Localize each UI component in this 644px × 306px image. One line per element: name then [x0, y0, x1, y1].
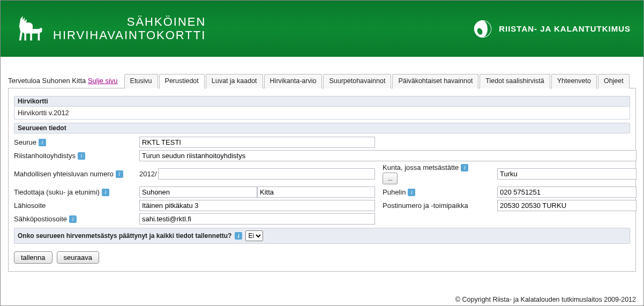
- moose-logo-icon: [13, 13, 46, 45]
- tab-luvat[interactable]: Luvat ja kaadot: [206, 74, 263, 88]
- app-title: SÄHKÖINEN HIRVIHAVAINTOKORTTI: [53, 16, 206, 41]
- section-hirvikortti-body: Hirvikortti v.2012: [14, 107, 630, 120]
- tab-panel: Hirvikortti Hirvikortti v.2012 Seurueen …: [8, 88, 636, 272]
- tab-saalis[interactable]: Tiedot saalishirvistä: [480, 74, 550, 88]
- label-puhelin: Puhelin i: [383, 188, 490, 196]
- label-kunta: Kunta, jossa metsästätte: [383, 163, 459, 171]
- form-grid: Seurue i Riistanhoitoyhdistys i Mahdolli…: [14, 137, 630, 225]
- app-header: SÄHKÖINEN HIRVIHAVAINTOKORTTI RIISTAN- J…: [1, 1, 643, 57]
- label-lahiosoite: Lähiosoite: [14, 201, 132, 210]
- yhteislupa-wrap: 2012/: [139, 168, 375, 180]
- tab-yhteenveto[interactable]: Yhteenveto: [551, 74, 597, 88]
- tab-hirvikanta[interactable]: Hirvikanta-arvio: [264, 74, 323, 88]
- tab-etusivu[interactable]: Etusivu: [124, 74, 158, 88]
- save-button[interactable]: tallenna: [14, 251, 53, 264]
- welcome-user: Suhonen Kitta: [42, 77, 86, 85]
- app-title-line2: HIRVIHAVAINTOKORTTI: [53, 29, 206, 42]
- brand-left: SÄHKÖINEN HIRVIHAVAINTOKORTTI: [13, 13, 206, 45]
- label-postinumero: Postinumero ja -toimipaikka: [383, 201, 490, 210]
- app-title-line1: SÄHKÖINEN: [53, 16, 206, 28]
- tab-perustiedot[interactable]: Perustiedot: [159, 74, 205, 88]
- info-icon[interactable]: i: [102, 189, 109, 196]
- section-hirvikortti-head: Hirvikortti: [14, 96, 630, 107]
- tiedottaja-pair: [139, 186, 375, 198]
- input-etunimi[interactable]: [257, 186, 375, 198]
- input-puhelin[interactable]: [497, 186, 636, 198]
- footer-copyright: © Copyright Riista- ja Kalatalouden tutk…: [455, 296, 636, 303]
- section-seurue-head: Seurueen tiedot: [14, 123, 630, 133]
- welcome-text: Tervetuloa Suhonen Kitta Sulje sivu: [8, 77, 121, 88]
- label-yhteislupa: Mahdollisen yhteisluvan numero i: [14, 170, 132, 178]
- info-icon[interactable]: i: [235, 232, 242, 240]
- label-tiedottaja: Tiedottaja (suku- ja etunimi) i: [14, 188, 132, 196]
- kunta-browse-button[interactable]: ...: [383, 173, 398, 184]
- org-name: RIISTAN- JA KALANTUTKIMUS: [499, 24, 631, 33]
- label-rhy: Riistanhoitoyhdistys i: [14, 152, 132, 160]
- info-icon[interactable]: i: [461, 164, 468, 171]
- info-icon[interactable]: i: [78, 152, 85, 160]
- input-sukunimi[interactable]: [139, 186, 257, 198]
- next-button[interactable]: seuraava: [57, 251, 99, 264]
- input-kunta[interactable]: [497, 168, 636, 180]
- input-rhy[interactable]: [139, 150, 636, 161]
- tab-row: Tervetuloa Suhonen Kitta Sulje sivu Etus…: [8, 73, 636, 88]
- welcome-prefix: Tervetuloa: [8, 77, 42, 85]
- question-bar: Onko seurueen hirvenmetsästys päättynyt …: [14, 228, 630, 244]
- tab-paiva[interactable]: Päiväkohtaiset havainnot: [392, 74, 478, 88]
- tabs: Etusivu Perustiedot Luvat ja kaadot Hirv…: [124, 73, 631, 88]
- input-postinumero[interactable]: [497, 200, 636, 211]
- brand-right: RIISTAN- JA KALANTUTKIMUS: [473, 19, 631, 39]
- input-seurue[interactable]: [139, 137, 375, 148]
- tab-ohjeet[interactable]: Ohjeet: [598, 74, 630, 88]
- tab-suurpeto[interactable]: Suurpetohavainnot: [323, 74, 391, 88]
- question-select[interactable]: Ei: [245, 230, 263, 241]
- info-icon[interactable]: i: [39, 139, 46, 146]
- yhteislupa-prefix: 2012/: [139, 170, 158, 178]
- question-text: Onko seurueen hirvenmetsästys päättynyt …: [18, 232, 231, 240]
- label-email: Sähköpostiosoite i: [14, 215, 132, 223]
- label-kunta-block: Kunta, jossa metsästätte i ...: [383, 163, 490, 184]
- close-page-link[interactable]: Sulje sivu: [88, 77, 118, 85]
- info-icon[interactable]: i: [69, 215, 77, 223]
- button-row: tallenna seuraava: [14, 251, 630, 264]
- label-seurue: Seurue i: [14, 138, 132, 146]
- info-icon[interactable]: i: [116, 170, 123, 178]
- input-lahiosoite[interactable]: [139, 200, 375, 211]
- info-icon[interactable]: i: [408, 189, 415, 196]
- input-yhteislupa[interactable]: [158, 168, 375, 180]
- input-email[interactable]: [139, 213, 375, 225]
- org-logo-icon: [473, 19, 492, 39]
